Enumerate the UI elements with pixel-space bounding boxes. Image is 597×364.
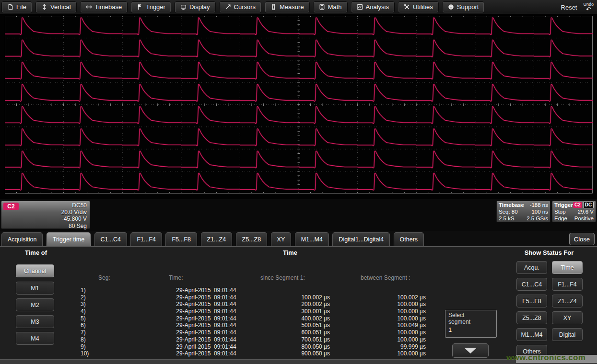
menu-measure-label: Measure <box>280 3 304 11</box>
menu-display-button[interactable]: Display <box>175 1 216 13</box>
tab-others[interactable]: Others <box>394 232 424 246</box>
channel-c2-descriptor[interactable]: C2 DC50 20.0 V/div -45.800 V 80 Seg <box>1 201 90 229</box>
col-seg-header: Seg: <box>98 274 110 281</box>
menu-file-button[interactable]: File <box>1 1 32 13</box>
col-since-header: since Segment 1: <box>260 274 305 281</box>
show-status-title: Show Status For <box>513 249 585 256</box>
status-f5-f8-button[interactable]: F5...F8 <box>516 295 547 307</box>
table-row: 7)29-April-2015 09:01:44600.051 µs100.00… <box>0 329 597 336</box>
trigger-title: Trigger <box>554 202 573 208</box>
trigger-source-badge: C2 <box>573 202 582 208</box>
support-info-icon <box>448 4 454 10</box>
select-segment-label-line1: Select <box>448 312 493 318</box>
table-row: 2)29-April-2015 09:01:44100.002 µs100.00… <box>0 294 597 301</box>
menu-utilities-button[interactable]: Utilities <box>398 1 439 13</box>
trigger-descriptor[interactable]: Trigger C2 DC Stop29.6 V EdgePositive <box>552 201 596 222</box>
calculator-icon <box>319 4 325 10</box>
undo-button[interactable]: Undo ↶ <box>582 1 595 13</box>
timebase-seq: Seq: 80 <box>499 208 518 215</box>
tab-trigger-time[interactable]: Trigger time <box>47 232 91 246</box>
tab-m1-m4[interactable]: M1...M4 <box>295 232 329 246</box>
menu-vertical-button[interactable]: Vertical <box>35 1 77 13</box>
table-row: 3)29-April-2015 09:01:44200.002 µs100.00… <box>0 301 597 308</box>
tab-f1-f4[interactable]: F1...F4 <box>130 232 162 246</box>
select-segment-field[interactable]: Select segment 1 <box>445 310 497 338</box>
timebase-descriptor[interactable]: Timebase-188 ns Seq: 80100 ns 2.5 kS2.5 … <box>496 201 550 222</box>
time-table-rows: 1)29-April-2015 09:01:44 2)29-April-2015… <box>0 287 597 357</box>
channel-c2-readout: DC50 20.0 V/div -45.800 V 80 Seg <box>61 202 87 229</box>
menu-math-button[interactable]: Math <box>313 1 348 13</box>
timebase-per-div: 100 ns <box>531 208 548 215</box>
menu-trigger-label: Trigger <box>146 3 165 11</box>
menu-trigger-button[interactable]: Trigger <box>131 1 171 13</box>
menu-cursors-button[interactable]: Cursors <box>219 1 262 13</box>
descriptor-row: C2 DC50 20.0 V/div -45.800 V 80 Seg Time… <box>0 199 597 231</box>
tab-f5-f8[interactable]: F5...F8 <box>165 232 197 246</box>
menu-support-label: Support <box>457 3 479 11</box>
menu-measure-button[interactable]: Measure <box>265 1 310 13</box>
watermark-text: www.cntronics.com <box>506 353 597 363</box>
trigger-coupling-badge: DC <box>583 202 594 208</box>
trigger-flag-icon <box>137 4 143 10</box>
waveform-display-area[interactable] <box>0 14 597 199</box>
table-row: 4)29-April-2015 09:01:44300.001 µs100.00… <box>0 308 597 315</box>
status-time-button[interactable]: Time <box>552 261 583 274</box>
status-c1-c4-button[interactable]: C1...C4 <box>516 278 547 291</box>
vertical-arrows-icon <box>41 4 47 10</box>
analysis-chart-icon <box>357 4 363 10</box>
menu-math-label: Math <box>328 3 342 11</box>
channel-c2-badge: C2 <box>3 203 19 210</box>
tab-z1-z4[interactable]: Z1...Z4 <box>201 232 233 246</box>
close-button[interactable]: Close <box>569 233 595 245</box>
col-between-header: between Segment : <box>361 274 410 281</box>
channel-offset: -45.800 V <box>61 216 87 222</box>
menu-support-button[interactable]: Support <box>442 1 485 13</box>
channel-volts-per-div: 20.0 V/div <box>61 209 87 216</box>
select-segment-label-line2: segment <box>448 318 493 325</box>
tab-digital1-digital4[interactable]: Digital1...Digital4 <box>332 232 390 246</box>
table-row: 6)29-April-2015 09:01:44500.051 µs100.04… <box>0 322 597 329</box>
table-row: 9)29-April-2015 09:01:44800.050 µs99.999… <box>0 343 597 351</box>
tab-acquisition[interactable]: Acquisition <box>1 232 43 246</box>
time-table-title: Time <box>259 249 321 256</box>
status-z1-z4-button[interactable]: Z1...Z4 <box>552 295 583 307</box>
trigger-slope: Positive <box>574 215 594 222</box>
table-row: 8)29-April-2015 09:01:44700.051 µs100.00… <box>0 336 597 343</box>
tab-xy[interactable]: XY <box>271 232 292 246</box>
top-menu-bar: File Vertical Timebase Trigger Display C… <box>0 0 597 14</box>
status-xy-button[interactable]: XY <box>552 311 583 324</box>
trigger-time-panel: Time of Channel M1 M2 M3 M4 Time Seg: Ti… <box>0 246 597 359</box>
menu-analysis-button[interactable]: Analysis <box>351 1 395 13</box>
timebase-delay: -188 ns <box>530 202 548 208</box>
segment-waveform-grid <box>5 16 593 193</box>
table-row: 1)29-April-2015 09:01:44 <box>0 287 597 294</box>
menu-timebase-button[interactable]: Timebase <box>80 1 128 13</box>
reset-button[interactable]: Reset <box>561 4 577 11</box>
menu-cursors-label: Cursors <box>234 3 256 11</box>
time-of-channel-button[interactable]: Channel <box>16 264 54 277</box>
segment-down-button[interactable] <box>452 343 489 358</box>
tab-c1-c4[interactable]: C1...C4 <box>94 232 127 246</box>
status-acqu-button[interactable]: Acqu. <box>516 261 547 274</box>
tab-z5-z8[interactable]: Z5...Z8 <box>236 232 268 246</box>
status-digital-button[interactable]: Digital <box>552 328 583 341</box>
status-z5-z8-button[interactable]: Z5...Z8 <box>516 311 547 324</box>
col-time-header: Time: <box>169 274 183 281</box>
time-of-title: Time of <box>0 249 72 256</box>
menu-display-label: Display <box>189 3 210 11</box>
measure-ruler-icon <box>270 4 277 10</box>
menu-vertical-label: Vertical <box>50 3 71 11</box>
menu-file-label: File <box>16 3 26 11</box>
status-f1-f4-button[interactable]: F1...F4 <box>552 278 583 291</box>
channel-coupling: DC50 <box>61 202 87 209</box>
horizontal-arrows-icon <box>86 4 92 10</box>
utilities-tools-icon <box>404 4 410 10</box>
trigger-mode: Stop <box>554 208 566 215</box>
chevron-down-icon <box>464 348 477 353</box>
file-icon <box>7 4 13 10</box>
timebase-title: Timebase <box>499 202 524 208</box>
display-icon <box>180 4 187 10</box>
undo-arrow-icon: ↶ <box>586 7 591 12</box>
status-m1-m4-button[interactable]: M1...M4 <box>516 328 547 341</box>
menu-analysis-label: Analysis <box>366 3 389 11</box>
